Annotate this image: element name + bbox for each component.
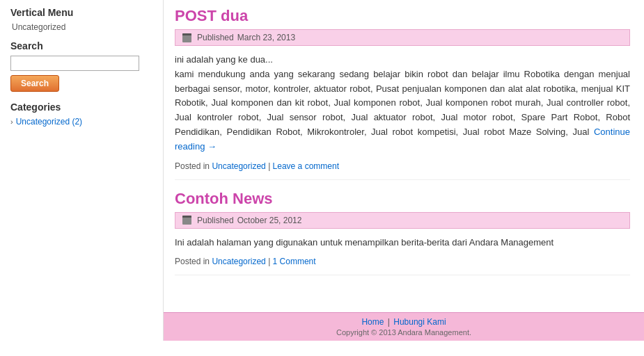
post-body-2: Ini adalah halaman yang digunakan untuk … — [175, 236, 630, 250]
published-label-1: Published — [197, 33, 234, 42]
post-footer-1: Posted in Uncategorized | Leave a commen… — [175, 161, 630, 180]
search-input[interactable] — [10, 56, 139, 71]
footer-contact-link[interactable]: Hubungi Kami — [393, 317, 446, 327]
post-footer-comment-link-2[interactable]: 1 Comment — [273, 257, 316, 266]
post-body-1: ini adalah yang ke dua... kami mendukung… — [175, 53, 630, 154]
post-title-link-2[interactable]: Contoh News — [175, 190, 273, 207]
footer-home-link[interactable]: Home — [361, 317, 384, 327]
post-item: POST dua Published March 23, 2013 ini ad… — [175, 7, 630, 180]
calendar-icon — [182, 33, 191, 42]
footer-links: Home | Hubungi Kami — [168, 317, 640, 327]
main-content: POST dua Published March 23, 2013 ini ad… — [164, 0, 644, 312]
post-footer-comment-link-1[interactable]: Leave a comment — [273, 161, 339, 171]
footer-copyright: Copyright © 2013 Andara Management. — [168, 328, 640, 337]
sidebar: Vertical Menu Uncategorized Search Searc… — [0, 0, 164, 341]
categories-item: › Uncategorized (2) — [10, 117, 152, 127]
post-footer-category-link-1[interactable]: Uncategorized — [212, 161, 265, 171]
calendar-icon-2 — [182, 216, 191, 225]
post-footer-category-link-2[interactable]: Uncategorized — [212, 257, 265, 266]
post-footer-2: Posted in Uncategorized | 1 Comment — [175, 257, 630, 275]
published-date-2: October 25, 2012 — [237, 216, 302, 225]
post-meta-2: Published October 25, 2012 — [175, 212, 630, 229]
post-meta-1: Published March 23, 2013 — [175, 29, 630, 46]
published-date-1: March 23, 2013 — [237, 33, 295, 42]
post-item-2: Contoh News Published October 25, 2012 I… — [175, 190, 630, 276]
categories-uncategorized-link[interactable]: Uncategorized (2) — [16, 117, 82, 127]
post-title-link-1[interactable]: POST dua — [175, 7, 248, 24]
site-footer: Home | Hubungi Kami Copyright © 2013 And… — [164, 312, 644, 341]
search-button[interactable]: Search — [10, 75, 59, 92]
published-label-2: Published — [197, 216, 234, 225]
chevron-right-icon: › — [10, 118, 13, 126]
sidebar-title: Vertical Menu — [10, 7, 152, 18]
categories-title: Categories — [10, 102, 152, 113]
sidebar-uncategorized: Uncategorized — [10, 22, 152, 32]
post-title-2: Contoh News — [175, 190, 630, 208]
search-label: Search — [10, 40, 152, 51]
post-title-1: POST dua — [175, 7, 630, 25]
